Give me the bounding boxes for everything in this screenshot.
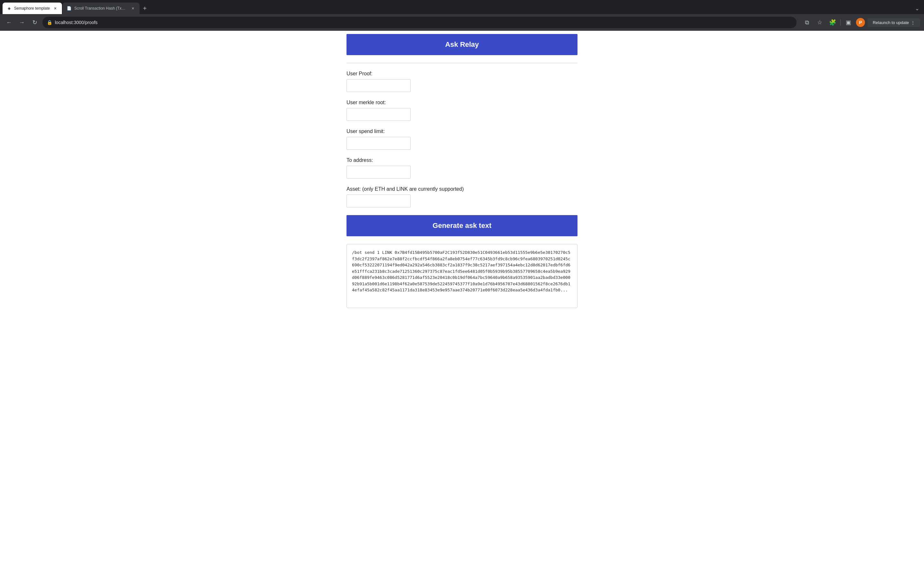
user-merkle-root-input[interactable]: [347, 108, 411, 121]
bookmark-button[interactable]: ☆: [814, 17, 825, 27]
extensions-button[interactable]: ⧉: [802, 17, 812, 27]
lock-icon: 🔒: [47, 20, 52, 25]
forward-button[interactable]: →: [17, 17, 27, 27]
user-proof-group: User Proof:: [347, 71, 577, 92]
asset-group: Asset: (only ETH and LINK are currently …: [347, 186, 577, 207]
reload-button[interactable]: ↻: [29, 17, 40, 27]
nav-divider: [840, 19, 841, 26]
generate-ask-text-button[interactable]: Generate ask text: [347, 215, 577, 236]
nav-right: ⧉ ☆ 🧩 ▣ P Relaunch to update ⋮: [802, 17, 920, 27]
menu-icon: ⋮: [911, 20, 915, 25]
asset-input[interactable]: [347, 195, 411, 207]
page-content: Ask Relay User Proof: User merkle root: …: [0, 34, 924, 577]
back-button[interactable]: ←: [4, 17, 14, 27]
to-address-group: To address:: [347, 157, 577, 179]
asset-label: Asset: (only ETH and LINK are currently …: [347, 186, 577, 192]
user-proof-label: User Proof:: [347, 71, 577, 77]
tab-semaphore[interactable]: ◈ Semaphore template ×: [3, 3, 62, 14]
tab-scroll-title: Scroll Transaction Hash (Txha...: [74, 6, 128, 11]
tab-bar: ◈ Semaphore template × 📄 Scroll Transact…: [0, 0, 924, 14]
tab-scroll-favicon: 📄: [66, 6, 71, 11]
browser-chrome: ◈ Semaphore template × 📄 Scroll Transact…: [0, 0, 924, 31]
user-spend-limit-label: User spend limit:: [347, 129, 577, 134]
output-text-box: /bot send 1 LINK 0x7B4fd15B495b5700aF2C1…: [347, 244, 577, 308]
puzzle-button[interactable]: 🧩: [827, 17, 838, 27]
tab-semaphore-title: Semaphore template: [14, 6, 50, 11]
to-address-label: To address:: [347, 157, 577, 163]
tab-semaphore-favicon: ◈: [6, 6, 11, 11]
sidebar-button[interactable]: ▣: [843, 17, 853, 27]
tab-overflow-button[interactable]: ⌄: [913, 4, 921, 13]
profile-label: P: [859, 20, 862, 25]
ask-relay-button[interactable]: Ask Relay: [347, 34, 577, 55]
tab-scroll-close[interactable]: ×: [130, 5, 136, 11]
user-merkle-root-label: User merkle root:: [347, 100, 577, 105]
relaunch-label: Relaunch to update: [873, 20, 909, 25]
user-spend-limit-input[interactable]: [347, 137, 411, 150]
address-text: localhost:3000/proofs: [55, 20, 792, 25]
address-bar[interactable]: 🔒 localhost:3000/proofs: [42, 17, 796, 28]
back-icon: ←: [6, 19, 12, 26]
profile-button[interactable]: P: [856, 18, 865, 27]
relaunch-button[interactable]: Relaunch to update ⋮: [867, 18, 920, 27]
nav-bar: ← → ↻ 🔒 localhost:3000/proofs ⧉ ☆ 🧩 ▣ P …: [0, 14, 924, 31]
user-proof-input[interactable]: [347, 79, 411, 92]
user-spend-limit-group: User spend limit:: [347, 129, 577, 150]
forward-icon: →: [19, 19, 25, 26]
tab-semaphore-close[interactable]: ×: [52, 5, 58, 11]
tab-scroll[interactable]: 📄 Scroll Transaction Hash (Txha... ×: [63, 3, 140, 14]
user-merkle-root-group: User merkle root:: [347, 100, 577, 121]
to-address-input[interactable]: [347, 166, 411, 179]
form-container: User Proof: User merkle root: User spend…: [347, 71, 577, 207]
reload-icon: ↻: [32, 19, 37, 26]
new-tab-button[interactable]: +: [140, 4, 149, 13]
